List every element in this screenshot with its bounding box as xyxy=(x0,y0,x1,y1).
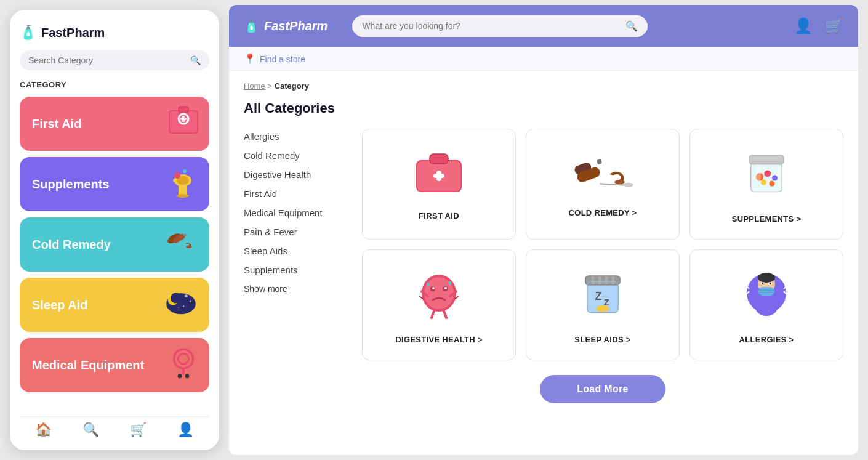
cat-list-first-aid[interactable]: First Aid xyxy=(244,186,342,201)
cat-grid-row-1: FIRST AID xyxy=(362,129,843,240)
svg-point-12 xyxy=(186,171,191,176)
cat-medical-label: Medical Equipment xyxy=(32,358,144,373)
svg-point-58 xyxy=(444,287,447,289)
mobile-cat-medical[interactable]: Medical Equipment xyxy=(20,338,209,392)
nav-logo-text: FastPharm xyxy=(264,19,328,33)
category-grid: FIRST AID xyxy=(362,129,843,403)
svg-point-28 xyxy=(178,353,188,364)
svg-rect-45 xyxy=(750,156,783,164)
store-pin-icon: 📍 xyxy=(244,53,256,65)
mobile-cat-sleep-aid[interactable]: Sleep Aid xyxy=(20,278,209,332)
page-title: All Categories xyxy=(244,100,843,116)
content-layout: Allergies Cold Remedy Digestive Health F… xyxy=(244,129,843,403)
cat-list-digestive[interactable]: Digestive Health xyxy=(244,167,342,182)
load-more-button[interactable]: Load More xyxy=(540,375,665,403)
cat-list-medical[interactable]: Medical Equipment xyxy=(244,205,342,220)
svg-point-30 xyxy=(178,374,182,379)
svg-point-25 xyxy=(183,305,185,307)
svg-point-22 xyxy=(171,293,181,303)
nav-logo-icon: 🧴 xyxy=(244,18,259,33)
grid-name-cold-remedy: COLD REMEDY > xyxy=(569,208,637,217)
grid-card-supplements[interactable]: SUPPLEMENTS > xyxy=(689,129,843,240)
svg-point-74 xyxy=(596,305,609,312)
grid-card-digestive[interactable]: DIGESTIVE HEALTH > xyxy=(362,249,516,360)
svg-point-78 xyxy=(758,273,775,283)
nav-cart-icon[interactable]: 🛒 xyxy=(130,422,147,438)
svg-rect-7 xyxy=(182,116,185,122)
app-title: FastPharm xyxy=(41,26,105,40)
breadcrumb-home[interactable]: Home xyxy=(244,81,265,91)
svg-point-23 xyxy=(185,294,188,297)
svg-point-15 xyxy=(177,194,189,198)
grid-name-allergies: ALLERGIES > xyxy=(739,335,794,344)
svg-point-13 xyxy=(183,169,187,173)
breadcrumb-separator: > xyxy=(267,81,274,91)
mobile-search-bar[interactable]: 🔍 xyxy=(20,50,209,70)
cat-first-aid-label: First Aid xyxy=(32,117,81,131)
grid-card-sleep[interactable]: Z Z SLEEP AIDS > xyxy=(526,249,680,360)
cat-sleep-aid-icon xyxy=(160,284,202,326)
grid-icon-first-aid xyxy=(411,148,467,204)
page-body: Home > Category All Categories Allergies… xyxy=(229,71,858,455)
nav-actions: 👤 🛒 xyxy=(794,17,843,34)
app-header: 🧴 FastPharm xyxy=(20,22,209,43)
nav-search-bar[interactable]: 🔍 xyxy=(352,15,648,37)
svg-point-86 xyxy=(755,299,778,316)
svg-text:Z: Z xyxy=(595,290,601,302)
mobile-cat-first-aid[interactable]: First Aid xyxy=(20,97,209,151)
mobile-search-input[interactable] xyxy=(28,55,185,65)
nav-home-icon[interactable]: 🏠 xyxy=(35,422,52,438)
grid-icon-sleep: Z Z xyxy=(578,265,627,328)
svg-point-31 xyxy=(185,374,190,379)
grid-name-first-aid: FIRST AID xyxy=(419,211,459,220)
grid-icon-supplements xyxy=(742,145,791,207)
svg-line-64 xyxy=(444,311,446,318)
mobile-cat-supplements[interactable]: Supplements xyxy=(20,157,209,211)
category-section-label: CATEGORY xyxy=(20,78,209,89)
nav-search-icon[interactable]: 🔍 xyxy=(82,422,99,438)
show-more-link[interactable]: Show more xyxy=(244,284,342,294)
svg-rect-83 xyxy=(758,287,774,296)
cat-list-supplements[interactable]: Supplements xyxy=(244,262,342,278)
svg-point-57 xyxy=(432,287,435,289)
svg-rect-67 xyxy=(586,276,619,284)
grid-card-cold-remedy[interactable]: COLD REMEDY > xyxy=(526,129,680,240)
svg-point-26 xyxy=(178,307,179,308)
main-content: 🧴 FastPharm 🔍 👤 🛒 📍 Find a store Home > … xyxy=(229,5,858,455)
mobile-nav: 🏠 🔍 🛒 👤 xyxy=(20,416,209,438)
svg-point-19 xyxy=(187,246,192,249)
grid-card-allergies[interactable]: ALLERGIES > xyxy=(689,249,843,360)
cat-list-allergies[interactable]: Allergies xyxy=(244,129,342,144)
nav-account-icon[interactable]: 👤 xyxy=(794,17,813,34)
store-bar: 📍 Find a store xyxy=(229,47,858,71)
svg-line-63 xyxy=(432,311,434,318)
cat-supplements-icon xyxy=(165,162,202,206)
nav-cart-icon[interactable]: 🛒 xyxy=(825,17,843,34)
svg-point-49 xyxy=(761,180,766,185)
svg-rect-68 xyxy=(592,276,595,284)
svg-rect-34 xyxy=(430,154,448,164)
cat-medical-icon xyxy=(165,345,202,386)
svg-point-50 xyxy=(770,181,775,187)
mobile-cat-cold-remedy[interactable]: Cold Remedy xyxy=(20,217,209,272)
svg-rect-70 xyxy=(605,276,608,284)
svg-rect-2 xyxy=(179,107,188,113)
grid-name-supplements: SUPPLEMENTS > xyxy=(732,214,802,224)
nav-search-input[interactable] xyxy=(362,21,621,31)
cat-grid-row-2: DIGESTIVE HEALTH > xyxy=(362,249,843,360)
grid-card-first-aid[interactable]: FIRST AID xyxy=(362,129,516,240)
svg-point-82 xyxy=(770,283,771,284)
find-store-link[interactable]: Find a store xyxy=(260,54,305,64)
mobile-app: 🧴 FastPharm 🔍 CATEGORY First Aid xyxy=(10,10,219,450)
mobile-category-cards: First Aid Supplements xyxy=(20,97,209,409)
load-more-row: Load More xyxy=(362,375,843,403)
cat-cold-remedy-icon xyxy=(165,225,202,264)
nav-account-icon[interactable]: 👤 xyxy=(177,422,194,438)
cat-sleep-aid-label: Sleep Aid xyxy=(32,298,87,312)
cat-list-pain[interactable]: Pain & Fever xyxy=(244,224,342,240)
cat-list-sleep[interactable]: Sleep Aids xyxy=(244,243,342,259)
breadcrumb-current: Category xyxy=(275,81,309,91)
cat-list-cold-remedy[interactable]: Cold Remedy xyxy=(244,148,342,163)
svg-point-47 xyxy=(764,170,771,177)
app-logo-icon: 🧴 xyxy=(20,25,36,41)
